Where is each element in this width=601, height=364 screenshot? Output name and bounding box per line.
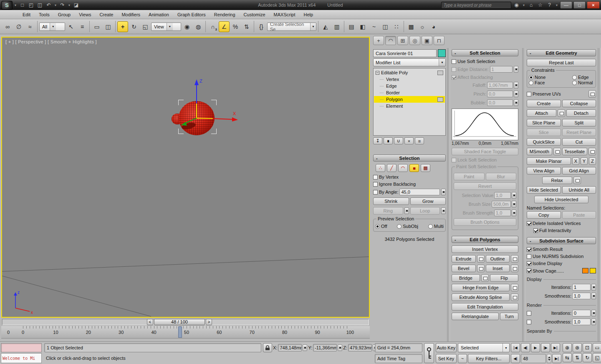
render-production-icon[interactable]: ◕ — [428, 21, 439, 32]
render-iterations-checkbox[interactable] — [527, 311, 531, 316]
subobject-edge-icon[interactable]: ╱ — [387, 164, 396, 172]
next-frame-icon[interactable]: ▶| — [552, 354, 561, 363]
next-key-icon[interactable]: |▶ — [541, 343, 550, 352]
named-selection-sets-dropdown[interactable]: Create Selection Se ▼ — [267, 23, 316, 31]
graphite-ribbon-icon[interactable]: ◧ — [357, 21, 368, 32]
brush-strength-field[interactable]: 1,0 — [494, 210, 511, 216]
collapse-button[interactable]: Collapse — [562, 100, 596, 107]
copy-button[interactable]: Copy — [527, 211, 561, 219]
redo-icon[interactable]: ↷ — [58, 1, 66, 9]
stack-item-border[interactable]: Border — [374, 89, 445, 96]
mirror-icon[interactable]: ◭ — [320, 21, 331, 32]
display-iterations-field[interactable]: 1 — [572, 284, 591, 291]
x-coordinate-spinner[interactable] — [303, 344, 307, 351]
brush-size-field[interactable]: 508,0m — [492, 201, 511, 207]
blur-button[interactable]: Blur — [486, 173, 517, 180]
modifier-stack[interactable]: Editable Poly Vertex Edge Border Polygon… — [373, 68, 446, 136]
auto-key-button[interactable]: Auto Key — [436, 343, 457, 352]
app-logo-icon[interactable]: S — [1, 1, 13, 10]
menu-item[interactable]: Modifiers — [117, 10, 144, 19]
undo-caret-icon[interactable]: ▼ — [53, 4, 58, 7]
tab-modify-icon[interactable]: ◠ — [385, 36, 396, 45]
relax-button[interactable]: Relax — [542, 177, 572, 184]
selection-value-spinner[interactable] — [512, 192, 516, 199]
object-color-swatch[interactable] — [438, 49, 446, 57]
hide-unselected-button[interactable]: Hide Unselected — [534, 196, 588, 203]
project-folder-icon[interactable]: ◪ — [72, 1, 80, 9]
material-editor-icon[interactable]: ∷ — [391, 21, 402, 32]
bridge-button[interactable]: Bridge — [452, 274, 480, 282]
key-mode-toggle-icon[interactable]: ◀| — [511, 354, 520, 363]
menu-item[interactable]: Graph Editors — [173, 10, 210, 19]
render-smoothness-field[interactable]: 1,0 — [572, 318, 591, 325]
render-iterations-spinner[interactable] — [591, 310, 596, 316]
use-pivot-point-icon[interactable]: ◉ — [182, 21, 192, 32]
edit-named-selection-sets-icon[interactable]: {} — [256, 21, 267, 32]
zoom-icon[interactable]: ⊕ — [563, 343, 572, 352]
maxscript-macro-recorder[interactable] — [1, 343, 42, 352]
loop-button[interactable]: Loop — [410, 207, 440, 215]
current-frame-spinner[interactable] — [547, 354, 551, 363]
quickslice-button[interactable]: QuickSlice — [527, 138, 561, 146]
display-smoothness-spinner[interactable] — [591, 293, 596, 299]
tessellate-button[interactable]: Tessellate — [562, 148, 588, 155]
current-frame-field[interactable]: 48 — [521, 354, 546, 363]
close-button[interactable]: × — [587, 1, 600, 9]
select-object-icon[interactable]: ↖ — [66, 21, 76, 32]
collapse-tree-icon[interactable] — [376, 71, 379, 75]
by-vertex-checkbox[interactable] — [373, 175, 378, 179]
outline-button[interactable]: Outline — [486, 255, 510, 263]
constraint-none-radio[interactable] — [529, 75, 533, 80]
edge-distance-spinner[interactable] — [514, 66, 518, 73]
display-iterations-spinner[interactable] — [591, 284, 596, 291]
by-angle-checkbox[interactable] — [373, 190, 378, 195]
display-smoothness-field[interactable]: 1,0 — [572, 293, 591, 299]
extrude-settings-icon[interactable] — [477, 255, 485, 263]
hide-selected-button[interactable]: Hide Selected — [527, 186, 561, 194]
unlink-selection-icon[interactable]: ∅ — [13, 21, 24, 32]
maxscript-listener[interactable]: Welcome to Mi — [1, 353, 42, 363]
minimize-button[interactable]: — — [560, 1, 572, 9]
percent-snap-icon[interactable]: % — [230, 21, 241, 32]
unhide-all-button[interactable]: Unhide All — [562, 186, 596, 194]
y-coordinate-spinner[interactable] — [338, 344, 342, 351]
time-slider-handle[interactable]: 48 / 100 — [154, 319, 205, 325]
transform-gizmo[interactable]: Z X — [2, 38, 369, 317]
turn-button[interactable]: Turn — [500, 313, 518, 320]
brush-strength-spinner[interactable] — [512, 210, 516, 216]
isoline-display-checkbox[interactable] — [527, 261, 531, 266]
previous-frame-button[interactable]: < — [147, 319, 153, 325]
affect-backfacing-checkbox[interactable] — [452, 75, 456, 80]
ring-button[interactable]: Ring — [373, 207, 403, 215]
bevel-settings-icon[interactable] — [477, 265, 485, 272]
brush-size-spinner[interactable] — [512, 201, 516, 207]
help-icon[interactable]: ? — [545, 1, 553, 9]
track-bar[interactable]: 0 0102030405060708090100 — [1, 326, 370, 339]
select-and-scale-icon[interactable]: ◱ — [140, 21, 151, 32]
menu-item[interactable]: Views — [75, 10, 95, 19]
constraint-face-radio[interactable] — [529, 81, 533, 85]
preview-multi-radio[interactable] — [428, 224, 433, 229]
go-to-start-icon[interactable]: |◀ — [511, 343, 520, 352]
search-icon[interactable]: ◉ — [513, 1, 520, 9]
falloff-spinner[interactable] — [514, 82, 518, 88]
stack-item-edge[interactable]: Edge — [374, 83, 445, 89]
cut-button[interactable]: Cut — [562, 138, 596, 146]
select-by-name-icon[interactable]: ≡ — [77, 21, 88, 32]
edge-distance-checkbox[interactable] — [452, 67, 456, 72]
object-name-field[interactable]: Cara Sonriente 01 — [373, 49, 437, 57]
constraint-normal-radio[interactable] — [572, 81, 577, 85]
pinch-spinner[interactable] — [514, 91, 518, 97]
planar-z-button[interactable]: Z — [589, 157, 596, 165]
open-file-icon[interactable]: ◰ — [27, 1, 35, 9]
by-angle-spinner[interactable] — [441, 189, 446, 195]
subobject-element-icon[interactable]: ▩ — [421, 164, 430, 172]
modifier-list-dropdown[interactable]: Modifier List ▼ — [373, 58, 446, 66]
select-and-manipulate-icon[interactable]: ◍ — [193, 21, 204, 32]
extrude-button[interactable]: Extrude — [452, 255, 476, 263]
by-angle-field[interactable]: 45,0 — [399, 189, 440, 195]
selection-lock-toggle[interactable] — [263, 343, 272, 352]
select-and-link-icon[interactable]: ∞ — [2, 21, 13, 32]
go-to-end-icon[interactable]: ▶| — [551, 343, 560, 352]
pan-icon[interactable]: ⇆ — [563, 353, 572, 362]
